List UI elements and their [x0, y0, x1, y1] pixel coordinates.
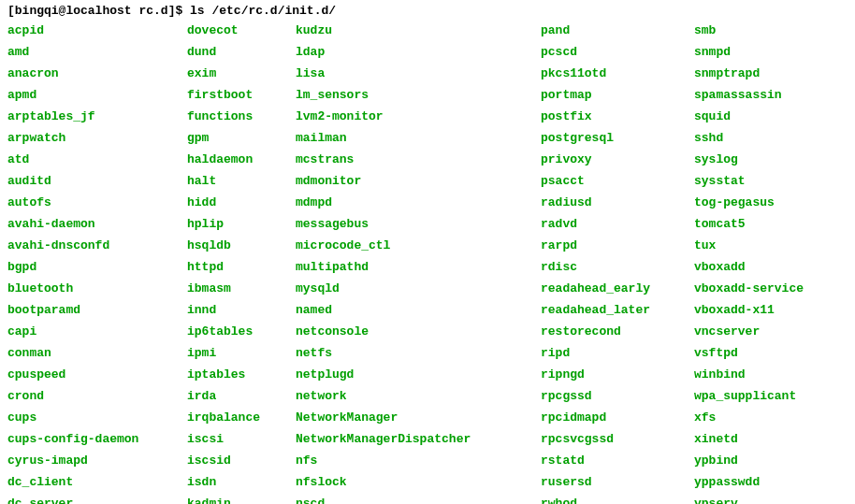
file-entry: dc_server: [7, 493, 187, 504]
file-entry: snmpd: [694, 41, 804, 63]
file-entry: rpcidmapd: [541, 407, 694, 428]
prompt-user-host: [bingqi@localhost rc.d]$: [7, 4, 182, 18]
file-entry: yppasswdd: [694, 471, 804, 493]
file-entry: crond: [7, 385, 187, 407]
file-entry: wpa_supplicant: [694, 385, 804, 407]
file-entry: cyrus-imapd: [7, 450, 187, 471]
file-entry: mysqld: [296, 278, 541, 299]
file-entry: bootparamd: [7, 299, 187, 321]
file-entry: vsftpd: [694, 342, 804, 364]
file-entry: functions: [187, 106, 296, 127]
file-entry: lm_sensors: [296, 84, 541, 106]
file-listing: acpidamdanacronapmdarptables_jfarpwatcha…: [7, 20, 848, 504]
file-entry: nscd: [296, 493, 541, 504]
file-entry: ip6tables: [187, 321, 296, 342]
file-entry: apmd: [7, 84, 187, 106]
file-entry: exim: [187, 63, 296, 84]
file-entry: kadmin: [187, 493, 296, 504]
file-entry: halt: [187, 170, 296, 192]
file-entry: vboxadd-service: [694, 278, 804, 299]
file-entry: ypbind: [694, 450, 804, 471]
file-entry: iscsi: [187, 428, 296, 450]
file-entry: netconsole: [296, 321, 541, 342]
file-entry: kudzu: [296, 20, 541, 41]
file-entry: autofs: [7, 192, 187, 213]
listing-column-4: pandpcscdpkcs11otdportmappostfixpostgres…: [541, 20, 694, 504]
file-entry: NetworkManagerDispatcher: [296, 428, 541, 450]
file-entry: syslog: [694, 149, 804, 170]
file-entry: ibmasm: [187, 278, 296, 299]
file-entry: haldaemon: [187, 149, 296, 170]
file-entry: xinetd: [694, 428, 804, 450]
file-entry: capi: [7, 321, 187, 342]
file-entry: mdmpd: [296, 192, 541, 213]
file-entry: postgresql: [541, 127, 694, 149]
file-entry: bgpd: [7, 256, 187, 278]
file-entry: nfslock: [296, 471, 541, 493]
file-entry: httpd: [187, 256, 296, 278]
file-entry: xfs: [694, 407, 804, 428]
file-entry: auditd: [7, 170, 187, 192]
file-entry: irqbalance: [187, 407, 296, 428]
file-entry: postfix: [541, 106, 694, 127]
file-entry: lvm2-monitor: [296, 106, 541, 127]
file-entry: ldap: [296, 41, 541, 63]
file-entry: tog-pegasus: [694, 192, 804, 213]
prompt-command: ls /etc/rc.d/init.d/: [190, 4, 336, 18]
file-entry: radvd: [541, 213, 694, 235]
file-entry: iscsid: [187, 450, 296, 471]
listing-column-3: kudzuldaplisalm_sensorslvm2-monitormailm…: [296, 20, 541, 504]
file-entry: nfs: [296, 450, 541, 471]
file-entry: squid: [694, 106, 804, 127]
file-entry: named: [296, 299, 541, 321]
file-entry: rusersd: [541, 471, 694, 493]
file-entry: dovecot: [187, 20, 296, 41]
file-entry: anacron: [7, 63, 187, 84]
file-entry: rdisc: [541, 256, 694, 278]
file-entry: rpcsvcgssd: [541, 428, 694, 450]
terminal-prompt-line: [bingqi@localhost rc.d]$ ls /etc/rc.d/in…: [7, 4, 848, 18]
file-entry: iptables: [187, 364, 296, 385]
file-entry: microcode_ctl: [296, 235, 541, 256]
file-entry: privoxy: [541, 149, 694, 170]
file-entry: network: [296, 385, 541, 407]
file-entry: bluetooth: [7, 278, 187, 299]
listing-column-2: dovecotdundeximfirstbootfunctionsgpmhald…: [187, 20, 296, 504]
file-entry: ipmi: [187, 342, 296, 364]
file-entry: rwhod: [541, 493, 694, 504]
file-entry: cups: [7, 407, 187, 428]
file-entry: vboxadd-x11: [694, 299, 804, 321]
file-entry: innd: [187, 299, 296, 321]
file-entry: restorecond: [541, 321, 694, 342]
file-entry: hidd: [187, 192, 296, 213]
file-entry: arpwatch: [7, 127, 187, 149]
file-entry: lisa: [296, 63, 541, 84]
file-entry: avahi-daemon: [7, 213, 187, 235]
file-entry: arptables_jf: [7, 106, 187, 127]
file-entry: tux: [694, 235, 804, 256]
file-entry: cups-config-daemon: [7, 428, 187, 450]
file-entry: netfs: [296, 342, 541, 364]
file-entry: rpcgssd: [541, 385, 694, 407]
file-entry: ripngd: [541, 364, 694, 385]
file-entry: firstboot: [187, 84, 296, 106]
file-entry: tomcat5: [694, 213, 804, 235]
file-entry: NetworkManager: [296, 407, 541, 428]
file-entry: pkcs11otd: [541, 63, 694, 84]
file-entry: sshd: [694, 127, 804, 149]
file-entry: mdmonitor: [296, 170, 541, 192]
file-entry: dc_client: [7, 471, 187, 493]
file-entry: dund: [187, 41, 296, 63]
listing-column-1: acpidamdanacronapmdarptables_jfarpwatcha…: [7, 20, 187, 504]
file-entry: mcstrans: [296, 149, 541, 170]
file-entry: spamassassin: [694, 84, 804, 106]
file-entry: portmap: [541, 84, 694, 106]
file-entry: vboxadd: [694, 256, 804, 278]
file-entry: ypserv: [694, 493, 804, 504]
file-entry: irda: [187, 385, 296, 407]
file-entry: pand: [541, 20, 694, 41]
file-entry: sysstat: [694, 170, 804, 192]
file-entry: vncserver: [694, 321, 804, 342]
file-entry: snmptrapd: [694, 63, 804, 84]
file-entry: rarpd: [541, 235, 694, 256]
